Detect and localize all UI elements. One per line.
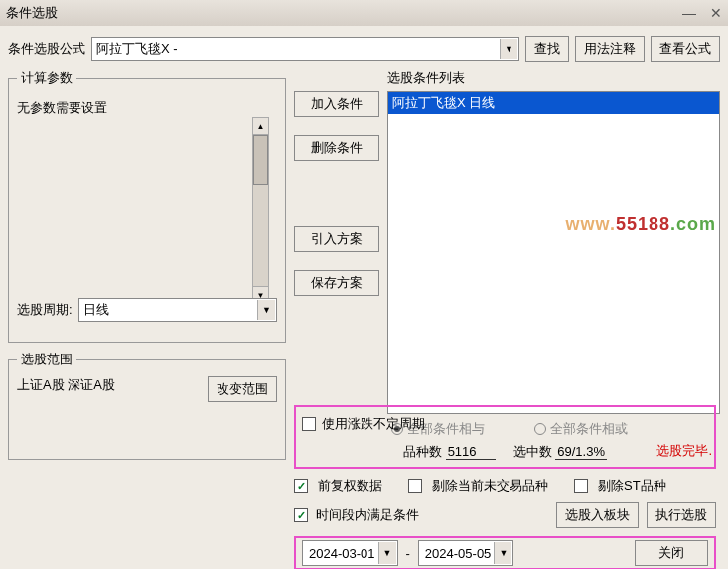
usage-button[interactable]: 用法注释 xyxy=(575,36,645,62)
date-to-input[interactable]: 2024-05-05 ▼ xyxy=(418,540,514,566)
selected-label: 选中数 xyxy=(513,444,552,459)
fqx-label: 前复权数据 xyxy=(318,477,382,495)
exclude-st-label: 剔除ST品种 xyxy=(598,477,666,495)
titlebar: 条件选股 — ✕ xyxy=(0,0,728,26)
date-from-value: 2024-03-01 xyxy=(309,546,375,561)
params-legend: 计算参数 xyxy=(17,70,76,87)
undef-cycle-label: 使用涨跌不定周期 xyxy=(322,415,425,433)
checkbox-fqx[interactable] xyxy=(294,479,308,493)
chevron-down-icon[interactable]: ▼ xyxy=(494,542,511,564)
view-formula-button[interactable]: 查看公式 xyxy=(651,36,720,62)
checkbox-undef-cycle[interactable] xyxy=(302,417,316,431)
add-condition-button[interactable]: 加入条件 xyxy=(294,91,379,117)
minimize-icon[interactable]: — xyxy=(682,5,696,21)
cycle-label: 选股周期: xyxy=(17,301,73,319)
params-group: 计算参数 无参数需要设置 ▲ ▼ 选股周期: 日线 ▼ xyxy=(8,70,286,343)
checkbox-exclude-st[interactable] xyxy=(574,479,588,493)
delete-condition-button[interactable]: 删除条件 xyxy=(294,135,379,161)
range-group: 选股范围 上证A股 深证A股 改变范围 xyxy=(8,351,286,460)
window-title: 条件选股 xyxy=(6,4,682,22)
condition-list[interactable]: 阿拉丁飞毯X 日线 xyxy=(387,91,720,414)
range-text: 上证A股 深证A股 xyxy=(17,376,115,394)
date-separator: - xyxy=(406,546,410,561)
select-board-button[interactable]: 选股入板块 xyxy=(556,502,639,528)
params-scrollbar[interactable]: ▲ ▼ xyxy=(252,117,269,304)
exec-button[interactable]: 执行选股 xyxy=(647,502,716,528)
formula-value: 阿拉丁飞毯X - xyxy=(96,40,178,58)
cycle-select[interactable]: 日线 ▼ xyxy=(78,298,277,322)
cycle-value: 日线 xyxy=(83,301,109,319)
formula-label: 条件选股公式 xyxy=(8,40,85,58)
highlight-box-2: 2024-03-01 ▼ - 2024-05-05 ▼ 关闭 xyxy=(294,536,716,569)
range-legend: 选股范围 xyxy=(17,351,76,368)
change-range-button[interactable]: 改变范围 xyxy=(208,376,277,402)
highlight-box-1: 使用涨跌不定周期 品种数 5116 选中数 69/1.3% xyxy=(294,405,716,469)
exclude-nontrade-label: 剔除当前未交易品种 xyxy=(432,477,548,495)
scroll-thumb[interactable] xyxy=(253,135,268,185)
selected-value: 69/1.3% xyxy=(555,444,607,460)
checkbox-time-cond[interactable] xyxy=(294,508,308,522)
close-button[interactable]: 关闭 xyxy=(635,540,708,566)
condlist-label: 选股条件列表 xyxy=(387,70,720,87)
chevron-down-icon[interactable]: ▼ xyxy=(378,542,396,564)
variety-label: 品种数 xyxy=(403,444,442,459)
list-item[interactable]: 阿拉丁飞毯X 日线 xyxy=(388,92,719,114)
variety-value: 5116 xyxy=(446,444,496,460)
close-icon[interactable]: ✕ xyxy=(710,5,722,21)
save-plan-button[interactable]: 保存方案 xyxy=(294,270,379,296)
params-empty: 无参数需要设置 xyxy=(17,100,107,115)
import-plan-button[interactable]: 引入方案 xyxy=(294,226,379,252)
date-to-value: 2024-05-05 xyxy=(425,546,492,561)
date-from-input[interactable]: 2024-03-01 ▼ xyxy=(302,540,398,566)
chevron-down-icon[interactable]: ▼ xyxy=(257,300,275,320)
scroll-up-icon[interactable]: ▲ xyxy=(253,118,268,135)
chevron-down-icon[interactable]: ▼ xyxy=(500,39,517,59)
params-list: 无参数需要设置 xyxy=(17,95,277,286)
time-cond-label: 时间段内满足条件 xyxy=(316,506,419,524)
find-button[interactable]: 查找 xyxy=(525,36,569,62)
formula-dropdown[interactable]: 阿拉丁飞毯X - ▼ xyxy=(91,37,519,61)
checkbox-exclude-nontrade[interactable] xyxy=(408,479,422,493)
